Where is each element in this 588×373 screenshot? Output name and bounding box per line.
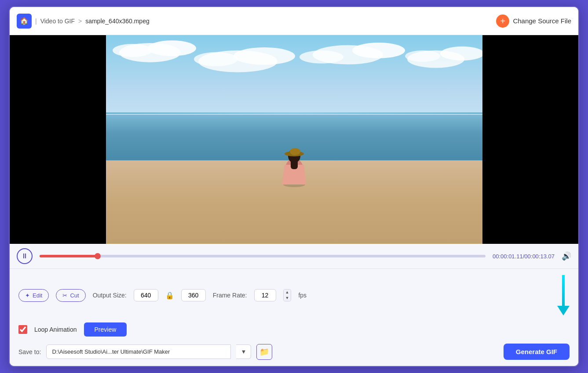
volume-button[interactable]: 🔊 xyxy=(562,251,571,261)
folder-icon: 📁 xyxy=(259,347,269,357)
home-button[interactable]: 🏠 xyxy=(17,14,32,29)
fps-spinner: ▲ ▼ xyxy=(283,289,292,301)
breadcrumb-parent[interactable]: Video to GIF xyxy=(40,18,75,25)
frame-rate-label: Frame Rate: xyxy=(213,292,247,299)
fps-up-button[interactable]: ▲ xyxy=(284,290,291,295)
cut-label: Cut xyxy=(70,292,79,299)
app-window: 🏠 | Video to GIF > sample_640x360.mpeg +… xyxy=(9,6,579,367)
save-path-input[interactable] xyxy=(46,344,231,359)
change-source-button[interactable]: + Change Source File xyxy=(496,14,571,28)
arrow-indicator xyxy=(557,275,570,315)
save-to-label: Save to: xyxy=(18,348,41,355)
fps-down-button[interactable]: ▼ xyxy=(284,295,291,301)
change-source-label: Change Source File xyxy=(513,17,571,25)
header: 🏠 | Video to GIF > sample_640x360.mpeg +… xyxy=(10,7,578,35)
video-area xyxy=(10,35,578,244)
svg-rect-16 xyxy=(291,156,298,169)
pause-icon: ⏸ xyxy=(21,252,28,260)
cyan-arrow xyxy=(557,275,570,315)
controls-row-1: ✦ Edit ✂ Cut Output Size: 🔒 Frame Rate: … xyxy=(18,275,570,315)
controls-row-3: Save to: ▼ 📁 Generate GIF xyxy=(18,344,570,360)
svg-point-18 xyxy=(290,148,300,155)
fps-input[interactable] xyxy=(254,289,276,301)
arrow-head xyxy=(557,306,570,315)
beach-scene xyxy=(106,35,482,244)
edit-label: Edit xyxy=(33,292,42,299)
browse-folder-button[interactable]: 📁 xyxy=(256,344,272,360)
fps-unit-label: fps xyxy=(298,292,307,299)
controls-row-2: Loop Animation Preview xyxy=(18,322,570,337)
breadcrumb-separator-1: | xyxy=(35,18,37,25)
save-path-dropdown-button[interactable]: ▼ xyxy=(236,344,251,359)
preview-button[interactable]: Preview xyxy=(84,322,127,337)
loop-label: Loop Animation xyxy=(34,326,77,333)
progress-fill xyxy=(40,255,98,257)
edit-button[interactable]: ✦ Edit xyxy=(18,289,49,302)
cut-button[interactable]: ✂ Cut xyxy=(56,289,85,302)
cut-icon: ✂ xyxy=(62,292,67,299)
generate-gif-button[interactable]: Generate GIF xyxy=(504,344,570,360)
time-display: 00:00:01.11/00:00:13.07 xyxy=(493,253,555,260)
total-time: 00:00:13.07 xyxy=(524,253,555,260)
loop-checkbox[interactable] xyxy=(18,325,27,334)
breadcrumb-arrow: > xyxy=(78,18,82,25)
breadcrumb-file: sample_640x360.mpeg xyxy=(85,18,150,25)
pause-button[interactable]: ⏸ xyxy=(17,248,33,264)
preview-label: Preview xyxy=(95,326,117,333)
arrow-shaft xyxy=(562,275,565,306)
video-frame xyxy=(106,35,482,244)
width-input[interactable] xyxy=(134,289,158,301)
edit-icon: ✦ xyxy=(25,292,30,299)
person-svg xyxy=(106,35,482,244)
output-size-label: Output Size: xyxy=(93,292,127,299)
generate-label: Generate GIF xyxy=(516,348,557,355)
current-time: 00:00:01.11 xyxy=(493,253,523,260)
playback-controls: ⏸ 00:00:01.11/00:00:13.07 🔊 xyxy=(10,244,578,269)
plus-icon: + xyxy=(496,14,509,28)
bottom-controls: ✦ Edit ✂ Cut Output Size: 🔒 Frame Rate: … xyxy=(10,269,578,366)
height-input[interactable] xyxy=(181,289,206,301)
home-icon: 🏠 xyxy=(20,17,29,25)
progress-thumb xyxy=(95,253,101,259)
progress-bar[interactable] xyxy=(40,255,486,257)
header-right: + Change Source File xyxy=(496,14,571,28)
lock-icon: 🔒 xyxy=(165,291,174,300)
